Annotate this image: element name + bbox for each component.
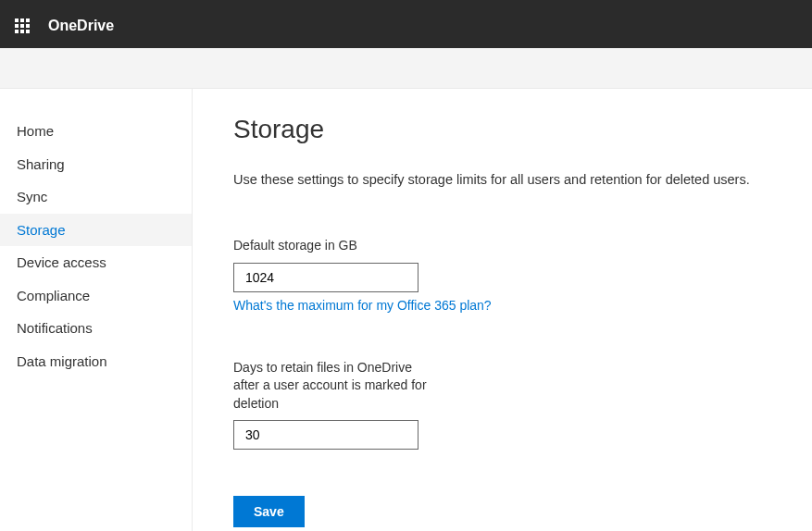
retention-label: Days to retain files in OneDrive after a… bbox=[233, 359, 437, 414]
save-button[interactable]: Save bbox=[233, 496, 305, 527]
waffle-icon bbox=[15, 19, 30, 33]
body-container: Home Sharing Sync Storage Device access … bbox=[0, 89, 812, 531]
storage-help-link[interactable]: What's the maximum for my Office 365 pla… bbox=[233, 298, 775, 313]
sidebar-nav: Home Sharing Sync Storage Device access … bbox=[0, 89, 193, 531]
nav-item-device-access[interactable]: Device access bbox=[0, 246, 192, 279]
page-title: Storage bbox=[233, 115, 775, 144]
nav-item-sharing[interactable]: Sharing bbox=[0, 148, 192, 181]
nav-item-compliance[interactable]: Compliance bbox=[0, 279, 192, 313]
header-bar: OneDrive bbox=[0, 4, 812, 48]
app-launcher-button[interactable] bbox=[0, 4, 44, 48]
page-description: Use these settings to specify storage li… bbox=[233, 172, 775, 187]
main-content: Storage Use these settings to specify st… bbox=[193, 89, 812, 531]
default-storage-input[interactable] bbox=[233, 263, 418, 292]
nav-item-home[interactable]: Home bbox=[0, 115, 192, 148]
nav-item-sync[interactable]: Sync bbox=[0, 180, 192, 214]
default-storage-group: Default storage in GB What's the maximum… bbox=[233, 237, 775, 313]
nav-item-notifications[interactable]: Notifications bbox=[0, 312, 192, 345]
app-name: OneDrive bbox=[44, 18, 114, 34]
sub-header-bar bbox=[0, 48, 812, 89]
nav-item-storage[interactable]: Storage bbox=[0, 214, 192, 247]
nav-item-data-migration[interactable]: Data migration bbox=[0, 345, 192, 378]
retention-group: Days to retain files in OneDrive after a… bbox=[233, 359, 775, 451]
default-storage-label: Default storage in GB bbox=[233, 237, 437, 255]
retention-input[interactable] bbox=[233, 420, 418, 450]
